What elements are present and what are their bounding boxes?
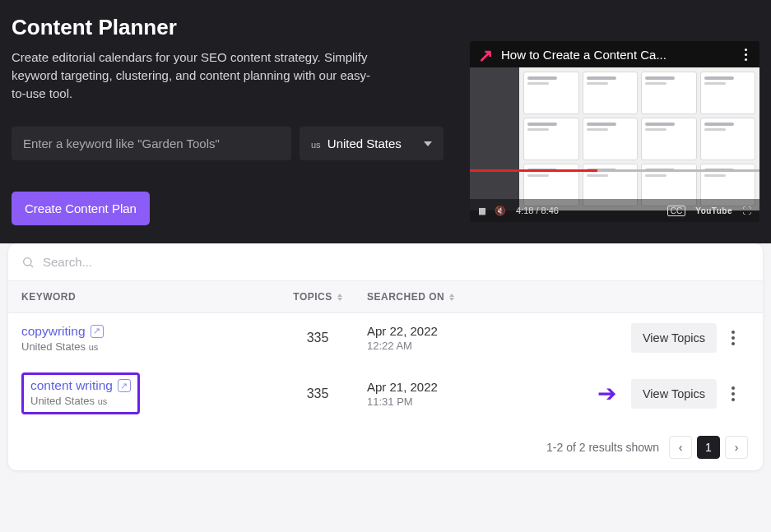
topics-count: 335 <box>268 331 367 345</box>
keyword-input[interactable] <box>12 127 291 160</box>
table-row: content writing ↗ United States us 335 A… <box>8 363 763 424</box>
table-header: KEYWORD TOPICS SEARCHED ON <box>8 280 763 313</box>
prev-page-button[interactable]: ‹ <box>669 436 692 459</box>
svg-point-0 <box>24 257 31 265</box>
mute-icon[interactable]: 🔇 <box>495 206 506 216</box>
youtube-logo[interactable]: YouTube <box>695 206 732 215</box>
col-topics[interactable]: TOPICS <box>268 291 367 303</box>
country-select[interactable]: us United States <box>300 127 444 160</box>
view-topics-button[interactable]: View Topics <box>631 323 717 353</box>
annotation-arrow-icon: ➔ <box>597 380 616 407</box>
table-row: copywriting ↗ United States us 335 Apr 2… <box>8 313 763 363</box>
keyword-link[interactable]: copywriting ↗ <box>21 324 104 339</box>
searched-time: 12:22 AM <box>367 340 532 352</box>
svg-line-1 <box>30 265 33 267</box>
chevron-down-icon <box>424 141 432 146</box>
keyword-link[interactable]: content writing ↗ <box>30 378 131 393</box>
keyword-location: United States us <box>21 340 268 353</box>
cc-icon[interactable]: CC <box>667 206 685 216</box>
topics-count: 335 <box>268 386 367 401</box>
country-code: us <box>311 140 321 150</box>
pagination: 1-2 of 2 results shown ‹ 1 › <box>8 424 763 459</box>
video-menu-icon[interactable] <box>740 49 751 61</box>
video-progress-bar[interactable] <box>470 169 759 172</box>
searched-date: Apr 22, 2022 <box>367 324 532 338</box>
page-number-button[interactable]: 1 <box>697 436 720 459</box>
search-icon <box>21 256 35 269</box>
video-title: How to Create a Content Ca... <box>501 48 732 62</box>
col-keyword[interactable]: KEYWORD <box>21 291 268 303</box>
video-time: 4:18 / 8:46 <box>516 206 559 215</box>
fullscreen-icon[interactable]: ⛶ <box>742 206 751 215</box>
page-title: Content Planner <box>12 15 450 40</box>
create-content-plan-button[interactable]: Create Content Plan <box>12 192 150 225</box>
pause-icon[interactable]: ▮▮ <box>478 206 485 216</box>
searched-date: Apr 21, 2022 <box>367 380 532 394</box>
hero-section: Content Planner Create editorial calenda… <box>0 0 771 243</box>
external-link-icon[interactable]: ↗ <box>118 379 131 392</box>
share-arrow-icon: ↗ <box>478 45 493 67</box>
col-searched-on[interactable]: SEARCHED ON <box>367 291 532 303</box>
row-menu-icon[interactable] <box>727 382 740 406</box>
results-summary: 1-2 of 2 results shown <box>546 441 659 454</box>
external-link-icon[interactable]: ↗ <box>91 325 104 338</box>
keyword-location: United States us <box>30 395 131 407</box>
results-panel: KEYWORD TOPICS SEARCHED ON copywriting ↗… <box>8 243 763 470</box>
country-name: United States <box>327 136 402 150</box>
tutorial-video[interactable]: ↗ How to Create a Content Ca... ▮▮ 🔇 4:1… <box>470 41 759 222</box>
page-description: Create editorial calendars for your SEO … <box>12 49 374 102</box>
video-controls: ▮▮ 🔇 4:18 / 8:46 CC YouTube ⛶ <box>470 199 759 222</box>
searched-time: 11:31 PM <box>367 396 532 408</box>
view-topics-button[interactable]: View Topics <box>631 379 717 409</box>
table-search-input[interactable] <box>43 255 750 269</box>
row-menu-icon[interactable] <box>727 326 740 350</box>
next-page-button[interactable]: › <box>725 436 748 459</box>
